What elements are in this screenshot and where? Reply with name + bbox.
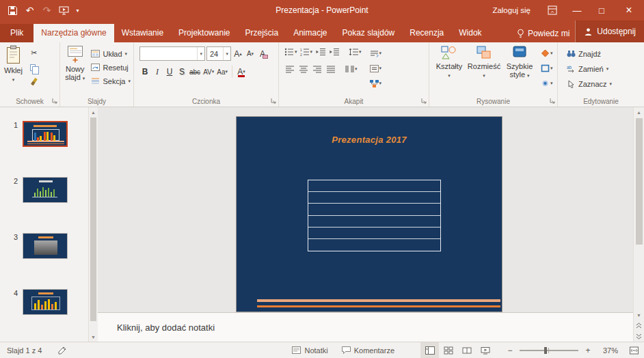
tab-review[interactable]: Recenzja (402, 24, 451, 42)
normal-view-button[interactable] (420, 342, 439, 358)
slide-sorter-view-button[interactable] (439, 342, 457, 358)
quick-styles-button[interactable]: Szybkie style ▾ (502, 45, 537, 90)
font-dialog-launcher[interactable] (271, 98, 276, 104)
tab-home[interactable]: Narzędzia główne (33, 24, 113, 42)
redo-button[interactable]: ↷ (39, 1, 55, 19)
slide-title[interactable]: Prezentacja 2017 (237, 135, 502, 145)
bullets-button[interactable]: ▾ (284, 46, 298, 58)
save-button[interactable] (5, 1, 21, 19)
scroll-down-icon[interactable]: ▼ (634, 310, 644, 320)
bold-button[interactable]: B (139, 65, 150, 79)
format-painter-button[interactable] (27, 75, 42, 88)
sign-in-button[interactable]: Zaloguj się (483, 0, 540, 20)
tab-insert[interactable]: Wstawianie (114, 24, 171, 42)
tab-design[interactable]: Projektowanie (171, 24, 237, 42)
fit-to-window-button[interactable] (623, 342, 644, 358)
tell-me-button[interactable]: Powiedz mi (511, 24, 575, 42)
align-right-button[interactable] (311, 63, 323, 75)
select-button[interactable]: Zaznacz▾ (565, 78, 644, 90)
slide-item-1[interactable]: 1 (5, 121, 68, 147)
shape-fill-button[interactable]: ▾ (540, 47, 554, 59)
customize-qat-button[interactable]: ▾ (73, 1, 82, 19)
slide-canvas[interactable]: Prezentacja 2017 (236, 116, 502, 312)
shapes-button[interactable]: Kształty▾ (433, 45, 466, 90)
line-spacing-button[interactable]: ▾ (348, 46, 362, 58)
slide-2-thumbnail[interactable] (23, 177, 68, 203)
slide-item-2[interactable]: 2 (5, 177, 68, 203)
shape-outline-button[interactable]: ▾ (540, 62, 554, 74)
scroll-thumb[interactable] (636, 118, 643, 245)
slideshow-view-button[interactable] (476, 342, 494, 358)
zoom-out-button[interactable]: − (505, 346, 515, 355)
italic-button[interactable]: I (152, 65, 163, 79)
align-text-button[interactable]: ▾ (369, 62, 383, 74)
increase-indent-button[interactable] (328, 46, 340, 58)
reset-button[interactable]: Resetuj (89, 61, 132, 73)
reading-view-button[interactable] (457, 342, 476, 358)
notes-pane[interactable]: Kliknij, aby dodać notatki (98, 312, 633, 342)
drawing-dialog-launcher[interactable] (550, 98, 555, 104)
zoom-slider[interactable] (520, 346, 578, 355)
pen-icon[interactable] (58, 346, 66, 355)
notes-toggle[interactable]: Notatki (285, 342, 334, 358)
panel-scroll-thumb[interactable] (90, 118, 96, 321)
tab-animations[interactable]: Animacje (286, 24, 334, 42)
decrease-indent-button[interactable] (314, 46, 327, 58)
paragraph-dialog-launcher[interactable] (421, 98, 427, 104)
paste-button[interactable]: Wklej▾ (4, 45, 23, 88)
section-button[interactable]: Sekcja▾ (89, 75, 132, 87)
zoom-in-button[interactable]: + (583, 346, 593, 355)
previous-slide-button[interactable] (634, 320, 644, 331)
new-slide-button[interactable]: Nowy slajd ▾ (64, 45, 86, 87)
panel-scroll-up-icon[interactable]: ▲ (89, 107, 98, 117)
numbering-button[interactable]: 12▾ (299, 46, 314, 58)
cut-button[interactable]: ✂ (27, 46, 42, 59)
font-size-combobox[interactable]: 24 ▾ (206, 46, 231, 61)
convert-to-smartart-button[interactable]: ▾ (369, 77, 383, 90)
slide-number-indicator[interactable]: Slajd 1 z 4 (7, 346, 42, 355)
vertical-scrollbar[interactable]: ▲ ▼ (633, 107, 644, 342)
share-button[interactable]: Udostępnij (575, 20, 644, 42)
panel-scroll-down-icon[interactable]: ▼ (89, 332, 98, 342)
underline-button[interactable]: U (164, 65, 175, 79)
next-slide-button[interactable] (634, 331, 644, 342)
text-shadow-button[interactable]: S (176, 65, 187, 79)
start-slideshow-button[interactable] (56, 1, 72, 19)
replace-button[interactable]: ab Zamień▾ (565, 63, 644, 74)
slide-chart[interactable] (308, 180, 441, 251)
clear-formatting-button[interactable]: A (257, 47, 268, 61)
justify-button[interactable] (325, 63, 337, 75)
slide-3-thumbnail[interactable] (23, 233, 68, 259)
undo-button[interactable]: ↶ (22, 1, 38, 19)
scroll-up-icon[interactable]: ▲ (634, 107, 644, 118)
clipboard-dialog-launcher[interactable] (52, 98, 57, 104)
tab-transitions[interactable]: Przejścia (237, 24, 286, 42)
close-button[interactable]: × (614, 0, 644, 20)
find-button[interactable]: Znajdź (565, 48, 644, 59)
font-color-button[interactable]: A▾ (236, 65, 247, 79)
slide-item-4[interactable]: 4 (5, 289, 68, 315)
comments-toggle[interactable]: Komentarze (335, 342, 401, 358)
shape-effects-button[interactable]: ▾ (540, 77, 554, 90)
increase-font-size-button[interactable]: A▴ (232, 47, 243, 61)
zoom-slider-thumb[interactable] (544, 347, 547, 354)
copy-button[interactable]: ▾ (27, 61, 42, 74)
maximize-button[interactable]: □ (589, 0, 614, 20)
align-center-button[interactable] (297, 63, 310, 75)
ribbon-display-options-button[interactable] (540, 0, 565, 20)
tab-slideshow[interactable]: Pokaz slajdów (335, 24, 403, 42)
decrease-font-size-button[interactable]: A▾ (245, 47, 256, 61)
arrange-button[interactable]: Rozmieść▾ (467, 45, 501, 90)
font-name-combobox[interactable]: ▾ (139, 46, 205, 61)
tab-file[interactable]: Plik (0, 24, 33, 42)
align-left-button[interactable] (284, 63, 296, 75)
text-direction-button[interactable]: ▾ (369, 47, 383, 59)
change-case-button[interactable]: Aa▾ (216, 65, 228, 79)
tab-view[interactable]: Widok (451, 24, 489, 42)
strikethrough-button[interactable]: abc (189, 65, 201, 79)
layout-button[interactable]: Układ▾ (89, 48, 132, 59)
columns-button[interactable]: ▾ (345, 63, 358, 75)
zoom-percentage[interactable]: 37% (598, 346, 618, 355)
minimize-button[interactable]: — (565, 0, 589, 20)
slide-1-thumbnail[interactable] (23, 121, 68, 147)
